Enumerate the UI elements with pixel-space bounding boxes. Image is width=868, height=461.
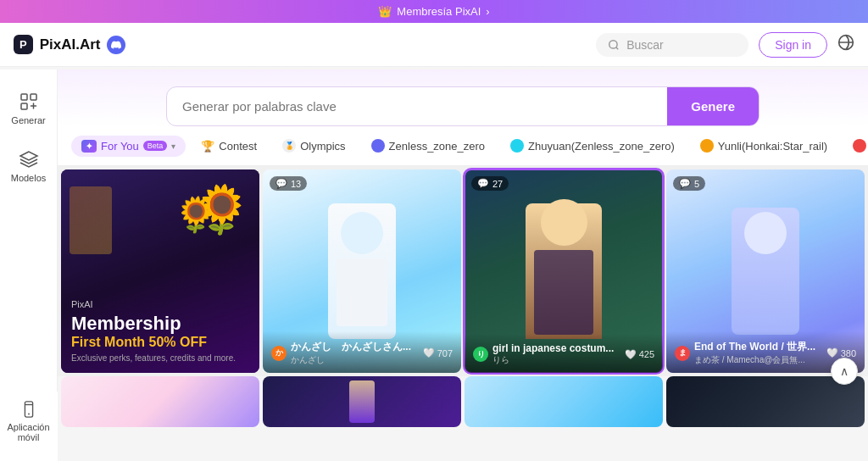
logo-area: P PixAI.Art <box>14 35 125 54</box>
kanzashi-avatar: か <box>271 346 287 361</box>
heart-icon-3: 🤍 <box>826 347 838 358</box>
sidebar-item-generate[interactable]: Generar <box>5 83 53 134</box>
scroll-up-button[interactable]: ∧ <box>831 358 858 385</box>
kanzashi-meta: か かんざし かんざしさん... かんざし 🤍 707 <box>271 340 453 366</box>
sidebar-item-models[interactable]: Modelos <box>5 141 53 192</box>
comment-icon-3: 💬 <box>679 178 691 189</box>
main-search-input[interactable] <box>167 87 667 125</box>
tab-zenless[interactable]: Zenless_zone_zero <box>361 135 495 157</box>
language-button[interactable] <box>837 34 854 55</box>
comment-icon: 💬 <box>275 178 287 189</box>
kanzashi-title: かんざし かんざしさん... <box>291 340 411 354</box>
tab-contest[interactable]: 🏆 Contest <box>191 136 267 157</box>
crown-icon: 👑 <box>378 5 392 18</box>
header: P PixAI.Art Buscar Sign in <box>0 23 868 67</box>
tab-huohuo[interactable]: Huohuo(Honkai:Star_rail) <box>843 135 868 157</box>
for-you-icon: ✦ <box>81 140 97 153</box>
grid-card-japanese[interactable]: 💬 27 り girl in japanese costum... りら 🤍 4… <box>465 169 663 373</box>
zenless-avatar <box>371 139 385 153</box>
kanzashi-comment-badge: 💬 13 <box>270 176 307 191</box>
grid-card-kanzashi[interactable]: 💬 13 か かんざし かんざしさん... かんざし 🤍 707 <box>263 169 461 373</box>
bottom-grid <box>58 376 868 430</box>
tab-zenless-label: Zenless_zone_zero <box>389 140 485 153</box>
japanese-comment-count: 27 <box>492 179 503 189</box>
svg-rect-3 <box>31 94 36 100</box>
membership-title: Membership <box>71 313 249 335</box>
tab-contest-label: Contest <box>219 140 257 153</box>
tab-olympics-label: Olympics <box>300 140 345 153</box>
main-area: Genere ✦ For You Beta ▾ 🏆 Contest 🏅 Olym… <box>58 69 868 461</box>
sign-in-button[interactable]: Sign in <box>759 32 827 58</box>
kanzashi-comment-count: 13 <box>291 179 301 189</box>
tab-yunli[interactable]: Yunli(Honkai:Star_rail) <box>690 135 837 157</box>
generate-button[interactable]: Genere <box>667 87 759 125</box>
zhuyuan-avatar <box>510 139 524 153</box>
kanzashi-overlay: か かんざし かんざしさん... かんざし 🤍 707 <box>263 331 461 373</box>
japanese-avatar: り <box>473 347 488 362</box>
header-search-placeholder: Buscar <box>626 38 664 52</box>
sidebar-models-label: Modelos <box>11 173 47 183</box>
japanese-comment-badge: 💬 27 <box>471 176 509 191</box>
tab-zhuyuan[interactable]: Zhuyuan(Zenless_zone_zero) <box>500 135 685 157</box>
japanese-like-count: 425 <box>639 349 654 359</box>
tab-zhuyuan-label: Zhuyuan(Zenless_zone_zero) <box>528 140 675 153</box>
japanese-title: girl in japanese costum... <box>492 342 614 354</box>
endworld-comment-count: 5 <box>694 179 699 189</box>
endworld-meta: ま End of The World / 世界... まめ茶 / Mamecha… <box>675 340 856 366</box>
top-banner[interactable]: 👑 Membresía PixAI › <box>0 0 868 23</box>
bottom-card-2[interactable] <box>263 376 461 427</box>
grid-card-endworld[interactable]: 💬 5 ま End of The World / 世界... まめ茶 / Mam… <box>666 169 865 373</box>
tab-for-you[interactable]: ✦ For You Beta ▾ <box>71 136 186 157</box>
membership-offer: First Month 50% OFF <box>71 335 249 350</box>
sidebar-generate-label: Generar <box>11 115 45 125</box>
membership-pixai-label: PixAI <box>71 299 249 309</box>
endworld-author: まめ茶 / Mamecha@会員無... <box>694 354 815 366</box>
tab-for-you-label: For You <box>101 140 139 153</box>
banner-label: Membresía PixAI <box>397 5 481 18</box>
tab-yunli-label: Yunli(Honkai:Star_rail) <box>718 140 827 153</box>
sidebar: Generar Modelos Aplicación móvil <box>0 69 58 461</box>
heart-icon-2: 🤍 <box>625 349 637 360</box>
olympics-icon: 🏅 <box>282 139 296 153</box>
endworld-comment-badge: 💬 5 <box>673 176 705 191</box>
tab-olympics[interactable]: 🏅 Olympics <box>272 135 355 157</box>
logo-text: PixAI.Art <box>40 36 101 53</box>
endworld-title: End of The World / 世界... <box>694 340 815 354</box>
membership-content: PixAI Membership First Month 50% OFF Exc… <box>61 289 259 373</box>
sidebar-bottom: Aplicación móvil <box>0 392 58 461</box>
kanzashi-like-count: 707 <box>437 348 453 358</box>
discord-icon[interactable] <box>107 36 125 54</box>
yunli-avatar <box>700 139 714 153</box>
japanese-overlay: り girl in japanese costum... りら 🤍 425 <box>465 334 663 373</box>
image-grid: 🌻 🌻 PixAI Membership First Month 50% OFF… <box>58 166 868 376</box>
banner-arrow: › <box>486 5 489 18</box>
bottom-card-4[interactable] <box>666 376 865 427</box>
svg-point-0 <box>609 40 617 47</box>
membership-card[interactable]: 🌻 🌻 PixAI Membership First Month 50% OFF… <box>61 169 259 373</box>
membership-highlight: 50% OFF <box>149 335 207 349</box>
main-search-bar: Genere <box>166 86 760 126</box>
svg-rect-4 <box>21 103 27 109</box>
japanese-author: りら <box>492 354 614 366</box>
sidebar-item-mobile-app[interactable]: Aplicación móvil <box>5 392 53 451</box>
bottom-card-1[interactable] <box>61 376 259 427</box>
header-search[interactable]: Buscar <box>596 33 748 57</box>
kanzashi-likes: 🤍 707 <box>423 347 453 358</box>
sunflower-decoration-2: 🌻 <box>175 195 217 235</box>
japanese-meta: り girl in japanese costum... りら 🤍 425 <box>473 342 654 366</box>
huohuo-avatar <box>853 139 866 153</box>
search-section: Genere <box>58 69 868 126</box>
contest-icon: 🏆 <box>201 140 214 153</box>
svg-rect-2 <box>21 94 27 100</box>
comment-icon-2: 💬 <box>477 178 489 189</box>
tab-for-you-chevron: ▾ <box>171 142 175 151</box>
endworld-avatar: ま <box>675 346 690 361</box>
sidebar-mobile-label: Aplicación móvil <box>7 422 49 442</box>
logo-box: P <box>14 35 33 54</box>
beta-badge: Beta <box>143 141 168 151</box>
membership-offer-text: First Month <box>71 335 145 349</box>
endworld-like-count: 380 <box>841 348 856 358</box>
membership-sub: Exclusive perks, features, credits and m… <box>71 353 249 363</box>
endworld-likes: 🤍 380 <box>826 347 856 358</box>
bottom-card-3[interactable] <box>465 376 663 427</box>
